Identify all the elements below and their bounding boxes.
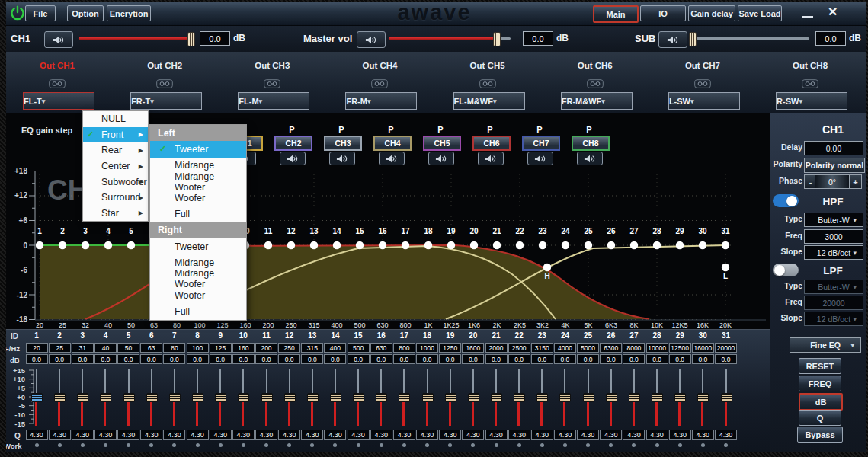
hpf-freq-field[interactable]: 3000 (804, 229, 863, 244)
band-freq-cell-11[interactable]: 200 (255, 343, 277, 353)
hpf-slope-dropdown[interactable]: 12 dB/oct ▾ (804, 245, 863, 260)
band-db-cell-31[interactable]: 0.0 (715, 354, 737, 364)
volume-slider-handle[interactable] (689, 32, 697, 46)
view-button-save-load[interactable]: Save Load (738, 5, 782, 21)
menu-item-null[interactable]: NULL (83, 111, 148, 127)
submenu-item-full[interactable]: Full (150, 206, 246, 222)
tool-button-q[interactable]: Q (799, 410, 841, 426)
gain-slider-24[interactable] (559, 368, 571, 427)
tool-button-db[interactable]: dB (799, 393, 843, 411)
eq-point-22[interactable] (516, 241, 524, 249)
band-q-cell-13[interactable]: 4.30 (301, 430, 323, 440)
band-q-cell-19[interactable]: 4.30 (439, 430, 461, 440)
band-freq-cell-29[interactable]: 12500 (669, 343, 691, 353)
band-freq-cell-15[interactable]: 500 (348, 343, 370, 353)
band-q-cell-31[interactable]: 4.30 (715, 430, 737, 440)
eq-point-28[interactable] (653, 241, 661, 249)
volume-slider-handle[interactable] (493, 32, 501, 46)
band-q-cell-20[interactable]: 4.30 (462, 430, 484, 440)
slider-handle[interactable] (399, 393, 410, 402)
band-q-cell-22[interactable]: 4.30 (508, 430, 530, 440)
menu-item-star[interactable]: Star▶ (83, 206, 148, 222)
close-icon[interactable]: ✕ (828, 5, 838, 19)
band-q-cell-9[interactable]: 4.30 (210, 430, 232, 440)
gain-slider-9[interactable] (214, 368, 226, 427)
gain-slider-12[interactable] (283, 368, 296, 427)
submenu-item-tweeter[interactable]: Tweeter (150, 238, 246, 254)
band-freq-cell-16[interactable]: 630 (370, 343, 392, 353)
mute-button[interactable] (658, 31, 687, 48)
view-button-gain-delay[interactable]: Gain delay (688, 5, 735, 21)
output-source-select-ch7[interactable]: L-SW▾ (668, 92, 740, 110)
volume-slider-handle[interactable] (187, 32, 195, 46)
band-db-cell-29[interactable]: 0.0 (669, 354, 691, 364)
submenu-item-midrange-woofer[interactable]: Midrange Woofer (150, 271, 246, 287)
slider-handle[interactable] (721, 393, 732, 402)
slider-handle[interactable] (674, 393, 686, 402)
output-source-select-ch3[interactable]: FL-M▾ (238, 92, 309, 110)
slider-handle[interactable] (652, 393, 663, 402)
submenu-item-woofer[interactable]: Woofer (150, 190, 246, 206)
output-source-select-ch2[interactable]: FR-T▾ (130, 92, 202, 110)
band-db-cell-30[interactable]: 0.0 (692, 354, 714, 364)
gain-slider-14[interactable] (329, 368, 341, 427)
eq-point-17[interactable] (402, 241, 409, 249)
slider-handle[interactable] (514, 393, 525, 402)
band-freq-cell-22[interactable]: 2500 (508, 343, 530, 353)
minimize-icon[interactable] (802, 7, 813, 18)
band-freq-cell-24[interactable]: 4000 (554, 343, 576, 353)
menu-button-encrytion[interactable]: Encrytion (107, 5, 151, 21)
menu-item-rear[interactable]: Rear▶ (83, 142, 148, 158)
band-q-cell-2[interactable]: 4.30 (49, 430, 71, 440)
slider-handle[interactable] (77, 393, 88, 402)
band-freq-cell-1[interactable]: 20 (26, 343, 48, 353)
band-db-cell-23[interactable]: 0.0 (531, 354, 553, 364)
band-db-cell-14[interactable]: 0.0 (324, 354, 346, 364)
band-freq-cell-8[interactable]: 100 (187, 343, 209, 353)
band-db-cell-9[interactable]: 0.0 (210, 354, 232, 364)
eq-point-25[interactable] (585, 241, 592, 249)
submenu-item-midrange-woofer[interactable]: Midrange Woofer (150, 174, 246, 190)
band-db-cell-20[interactable]: 0.0 (462, 354, 484, 364)
hpf-handle[interactable] (543, 264, 551, 271)
volume-slider[interactable] (692, 37, 809, 40)
delay-field[interactable]: 0.00 (804, 141, 863, 155)
view-button-main[interactable]: Main (593, 5, 639, 23)
band-db-cell-2[interactable]: 0.0 (49, 354, 71, 364)
gain-slider-16[interactable] (375, 368, 387, 427)
band-db-cell-3[interactable]: 0.0 (72, 354, 94, 364)
eq-point-21[interactable] (493, 241, 501, 249)
band-db-cell-26[interactable]: 0.0 (600, 354, 622, 364)
slider-handle[interactable] (284, 393, 296, 402)
band-freq-cell-27[interactable]: 8000 (623, 343, 645, 353)
band-freq-cell-10[interactable]: 160 (232, 343, 255, 353)
slider-handle[interactable] (353, 393, 364, 402)
band-freq-cell-28[interactable]: 10000 (646, 343, 668, 353)
slider-handle[interactable] (215, 393, 226, 402)
eq-point-2[interactable] (59, 241, 66, 249)
gain-slider-8[interactable] (191, 368, 203, 427)
gain-slider-1[interactable] (30, 368, 43, 427)
band-q-cell-6[interactable]: 4.30 (140, 430, 162, 440)
volume-value[interactable]: 0.0 (815, 31, 846, 46)
band-db-cell-6[interactable]: 0.0 (140, 354, 162, 364)
gain-slider-20[interactable] (467, 368, 479, 427)
slider-handle[interactable] (376, 393, 387, 402)
link-icon-ch7[interactable] (694, 78, 711, 91)
band-db-cell-10[interactable]: 0.0 (232, 354, 255, 364)
band-freq-cell-17[interactable]: 800 (393, 343, 415, 353)
band-freq-cell-26[interactable]: 6300 (600, 343, 622, 353)
band-q-cell-3[interactable]: 4.30 (72, 430, 94, 440)
eq-point-23[interactable] (539, 241, 546, 249)
eq-point-4[interactable] (104, 241, 112, 249)
lpf-type-dropdown[interactable]: Butter-W ▾ (804, 280, 863, 294)
band-db-cell-7[interactable]: 0.0 (163, 354, 185, 364)
output-source-select-ch1[interactable]: FL-T▾ (23, 92, 94, 110)
menu-item-surround[interactable]: Surround▶ (83, 190, 148, 206)
band-q-cell-16[interactable]: 4.30 (370, 430, 392, 440)
band-freq-cell-12[interactable]: 250 (278, 343, 300, 353)
slider-handle[interactable] (192, 393, 203, 402)
gain-slider-3[interactable] (76, 368, 88, 427)
band-freq-cell-20[interactable]: 1600 (462, 343, 484, 353)
eq-point-30[interactable] (699, 241, 706, 249)
